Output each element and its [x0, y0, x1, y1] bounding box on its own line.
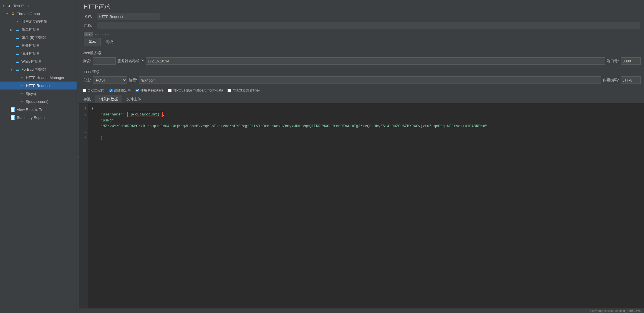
- sidebar-item-if-controller[interactable]: ▬ 如果 (If) 控制器: [0, 34, 77, 42]
- body-tab-body-data[interactable]: 消息体数据: [95, 95, 122, 103]
- sidebar-item-outaccount[interactable]: ✏ ${outaccount}: [0, 97, 77, 105]
- keep-alive-label: 使用 KeepAlive: [140, 88, 163, 93]
- tab-basic[interactable]: 基本: [84, 38, 101, 46]
- arrow-thread-group: ▼: [6, 12, 10, 15]
- sidebar-item-label-if-controller: 如果 (If) 控制器: [21, 35, 46, 40]
- collapse-button[interactable]: ▲▼: [84, 32, 93, 36]
- sidebar: ▼ ▲ Test Plan ▼ ⚙ Thread Group ✂ 用户定义的变量…: [0, 0, 77, 313]
- sidebar-item-http-header-manager[interactable]: ✂ HTTP Header Manager: [0, 74, 77, 82]
- http-request-section: HTTP请求 方法: POST GET PUT DELETE 路径: 内容编码:: [79, 67, 644, 86]
- sidebar-item-label-while-controller: While控制器: [21, 59, 42, 64]
- browser-compat-label: 与浏览器兼容的头: [232, 88, 260, 93]
- comment-input[interactable]: [97, 22, 639, 29]
- method-row: 方法: POST GET PUT DELETE 路径: 内容编码:: [83, 76, 641, 84]
- protocol-label: 协议:: [83, 58, 91, 64]
- checkbox-keep-alive[interactable]: 使用 KeepAlive: [136, 88, 163, 93]
- sidebar-item-label-loop-controller: 循环控制器: [21, 51, 40, 56]
- sys-icon: ✏: [19, 91, 24, 96]
- code-line-2-key: "username":: [101, 112, 127, 117]
- sidebar-item-label-simple-controller: 简单控制器: [21, 27, 40, 32]
- tab-basic-label: 基本: [89, 40, 96, 44]
- multipart-label: 对POST使用multipart / form-data: [173, 88, 223, 93]
- code-content[interactable]: { "username": "${outaccount}", "pswd": "…: [88, 103, 644, 308]
- sidebar-item-label-sys: ${sys}: [26, 92, 36, 96]
- arrow-test-plan: ▼: [2, 4, 6, 7]
- http-request-icon: ✏: [19, 83, 24, 88]
- sidebar-item-summary-report[interactable]: 📊 Summary Report: [0, 113, 77, 121]
- sidebar-item-label-transaction-controller: 事务控制器: [21, 43, 40, 48]
- code-line-3-value: "MZ/vWY/CdjdRDAPG/zR+rpupioJcO4o3kjKaq3U…: [101, 124, 487, 128]
- sidebar-item-label-user-defined: 用户定义的变量: [21, 19, 47, 24]
- server-name-label: 服务器名称或IP:: [117, 58, 144, 64]
- sidebar-item-label-foreach-controller: ForEach控制器: [21, 67, 46, 72]
- view-results-tree-icon: 📊: [10, 107, 15, 112]
- checkboxes-row: 自动重定向 跟随重定向 使用 KeepAlive 对POST使用multipar…: [79, 86, 644, 95]
- encoding-label: 内容编码:: [603, 78, 619, 83]
- code-line-2-highlight: "${outaccount}": [127, 112, 163, 117]
- checkbox-browser-compat[interactable]: 与浏览器兼容的头: [227, 88, 260, 93]
- method-label: 方法:: [83, 78, 91, 83]
- sidebar-item-test-plan[interactable]: ▼ ▲ Test Plan: [0, 2, 77, 10]
- resize-handle[interactable]: ⋮⋮⋮: [77, 0, 79, 313]
- comment-label: 注释:: [84, 23, 95, 28]
- server-input[interactable]: [146, 57, 605, 65]
- sidebar-item-transaction-controller[interactable]: ▬ 事务控制器: [0, 42, 77, 50]
- status-text: http://blog.csdn.net/weixin_40989848: [589, 309, 641, 312]
- sidebar-item-thread-group[interactable]: ▼ ⚙ Thread Group: [0, 10, 77, 18]
- sidebar-item-http-request[interactable]: ✏ HTTP Request: [0, 82, 77, 90]
- path-input[interactable]: [139, 76, 601, 84]
- while-controller-icon: ▬: [15, 59, 20, 64]
- web-server-title: Web服务器: [83, 50, 641, 56]
- sidebar-item-sys[interactable]: ✏ ${sys}: [0, 90, 77, 97]
- variable-icon: ✂: [15, 19, 20, 24]
- sidebar-item-view-results-tree[interactable]: 📊 View Results Tree: [0, 105, 77, 113]
- sidebar-item-foreach-controller[interactable]: ▼ ▬ ForEach控制器: [0, 66, 77, 74]
- sidebar-item-user-defined[interactable]: ✂ 用户定义的变量: [0, 18, 77, 26]
- encoding-input[interactable]: [621, 76, 641, 84]
- checkbox-auto-redirect[interactable]: 自动重定向: [83, 88, 104, 93]
- web-server-section: Web服务器 协议: 服务器名称或IP: 端口号:: [79, 48, 644, 67]
- auto-redirect-checkbox[interactable]: [83, 89, 86, 92]
- checkbox-follow-redirect[interactable]: 跟随重定向: [109, 88, 131, 93]
- tab-advanced-label: 高级: [106, 40, 113, 44]
- code-editor[interactable]: 1 2 3 4 5 { "username": "${outaccount}",…: [79, 103, 644, 308]
- code-line-5: }: [101, 136, 103, 140]
- arrow-simple: ▶: [10, 28, 14, 31]
- body-tabs: 参数 消息体数据 文件上传: [79, 95, 644, 103]
- keep-alive-checkbox[interactable]: [136, 89, 139, 92]
- multipart-checkbox[interactable]: [168, 89, 172, 92]
- body-tab-file-upload[interactable]: 文件上传: [122, 95, 145, 103]
- code-line-3-key: "pswd":: [101, 118, 118, 123]
- header-manager-icon: ✂: [19, 75, 24, 80]
- main-header: HTTP请求 名称: 注释: ▲▼ ∿∿∿∿∿ 基本 高级: [79, 0, 644, 48]
- path-label: 路径:: [129, 78, 137, 83]
- follow-redirect-checkbox[interactable]: [109, 89, 113, 92]
- testplan-icon: ▲: [7, 3, 12, 8]
- page-title: HTTP请求: [84, 3, 639, 11]
- name-input[interactable]: [97, 13, 159, 20]
- line-numbers: 1 2 3 4 5: [79, 103, 88, 308]
- port-input[interactable]: [621, 57, 641, 65]
- loop-controller-icon: ▬: [15, 51, 20, 56]
- wave-dots: ∿∿∿∿∿: [95, 33, 109, 36]
- sidebar-item-while-controller[interactable]: ▬ While控制器: [0, 58, 77, 66]
- sidebar-item-simple-controller[interactable]: ▶ ▬ 简单控制器: [0, 26, 77, 34]
- foreach-controller-icon: ▬: [15, 67, 20, 72]
- sidebar-item-loop-controller[interactable]: ▬ 循环控制器: [0, 50, 77, 58]
- tab-advanced[interactable]: 高级: [101, 38, 118, 46]
- simple-controller-icon: ▬: [15, 27, 20, 32]
- sidebar-item-label-http-header-manager: HTTP Header Manager: [26, 76, 64, 80]
- protocol-input[interactable]: [93, 57, 116, 65]
- code-line-1: {: [92, 106, 94, 111]
- if-controller-icon: ▬: [15, 35, 20, 40]
- sidebar-item-label-view-results-tree: View Results Tree: [17, 107, 47, 112]
- body-tab-params[interactable]: 参数: [79, 95, 95, 103]
- body-tab-file-upload-label: 文件上传: [126, 97, 141, 101]
- sidebar-item-label-summary-report: Summary Report: [17, 115, 45, 120]
- transaction-controller-icon: ▬: [15, 43, 20, 48]
- sidebar-item-label-thread-group: Thread Group: [17, 12, 40, 16]
- checkbox-multipart[interactable]: 对POST使用multipart / form-data: [168, 88, 223, 93]
- browser-compat-checkbox[interactable]: [227, 89, 231, 92]
- collapse-bar: ▲▼ ∿∿∿∿∿: [84, 31, 639, 38]
- method-select[interactable]: POST GET PUT DELETE: [93, 76, 127, 84]
